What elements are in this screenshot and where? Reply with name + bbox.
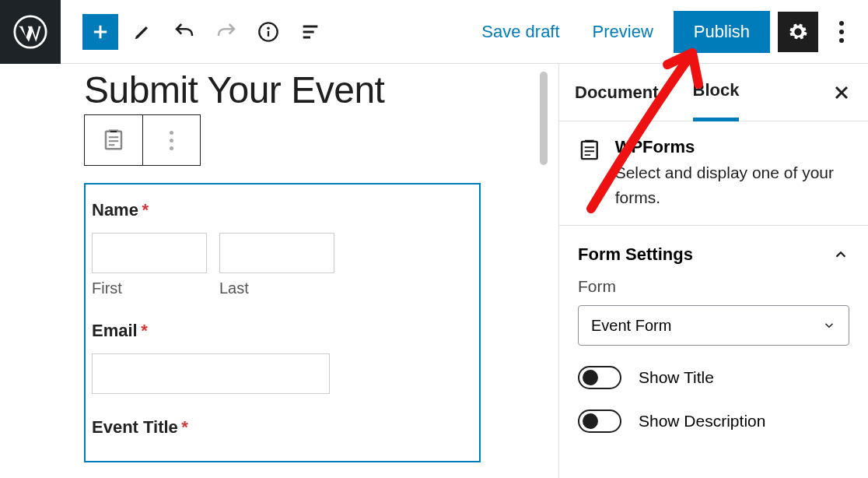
show-description-toggle[interactable] [578, 409, 621, 433]
redo-icon [215, 20, 238, 44]
toolbar-left-group [61, 14, 328, 50]
form-block-icon [102, 128, 125, 152]
tab-document[interactable]: Document [575, 65, 659, 120]
undo-button[interactable] [166, 14, 202, 50]
event-title-label: Event Title [92, 417, 178, 437]
edit-mode-button[interactable] [124, 14, 160, 50]
pencil-icon [131, 21, 153, 43]
tab-block[interactable]: Block [693, 64, 740, 121]
last-name-input[interactable] [219, 233, 334, 273]
form-settings-panel-body: Form Event Form Show Title Show Descript… [559, 277, 868, 448]
list-outline-icon [299, 21, 321, 43]
show-title-toggle[interactable] [578, 366, 621, 389]
block-type-button[interactable] [85, 115, 143, 165]
chevron-up-icon [832, 246, 849, 263]
add-block-button[interactable] [82, 14, 118, 50]
chevron-down-icon [822, 318, 836, 332]
info-icon [257, 21, 279, 43]
sidebar-tabs: Document Block [559, 64, 868, 121]
plus-icon [89, 21, 111, 43]
toolbar-right-group: Save draft Preview Publish [469, 11, 868, 53]
form-settings-title: Form Settings [578, 244, 693, 265]
form-select[interactable]: Event Form [578, 305, 849, 346]
wordpress-icon [13, 15, 47, 49]
field-email: Email * [92, 321, 473, 394]
form-block-icon [578, 137, 601, 163]
email-input[interactable] [92, 353, 330, 394]
required-marker: * [142, 200, 149, 220]
required-marker: * [141, 321, 148, 340]
wpforms-block[interactable]: Name * First Last Email * [84, 183, 481, 462]
block-name: WPForms [615, 137, 849, 157]
name-label: Name [92, 200, 138, 220]
svg-rect-5 [582, 142, 597, 159]
block-info-section: WPForms Select and display one of your f… [559, 121, 868, 226]
show-description-toggle-row: Show Description [578, 409, 849, 433]
block-toolbar [84, 114, 201, 166]
form-select-value: Event Form [591, 317, 671, 335]
settings-button[interactable] [778, 12, 818, 52]
last-sublabel: Last [219, 279, 334, 297]
field-event-title: Event Title * [92, 417, 473, 438]
undo-icon [173, 20, 196, 44]
first-sublabel: First [92, 279, 207, 297]
preview-button[interactable]: Preview [580, 14, 666, 50]
scrollbar[interactable] [540, 72, 548, 165]
gear-icon [787, 21, 809, 43]
show-title-toggle-row: Show Title [578, 366, 849, 389]
redo-button[interactable] [208, 14, 244, 50]
editor-top-bar: Save draft Preview Publish [0, 0, 868, 64]
email-label: Email [92, 321, 138, 340]
page-title[interactable]: Submit Your Event [84, 69, 558, 111]
form-select-label: Form [578, 277, 849, 296]
show-description-label: Show Description [639, 412, 765, 431]
field-name: Name * First Last [92, 200, 473, 297]
dots-vertical-icon [839, 21, 844, 26]
wordpress-logo[interactable] [0, 0, 61, 64]
editor-main: Submit Your Event Name * First [0, 64, 868, 478]
show-title-label: Show Title [639, 368, 714, 387]
first-name-input[interactable] [92, 233, 207, 273]
more-menu-button[interactable] [826, 12, 857, 52]
required-marker: * [181, 417, 188, 437]
block-description: Select and display one of your forms. [615, 160, 849, 209]
dots-vertical-icon [170, 131, 173, 150]
outline-button[interactable] [292, 14, 328, 50]
info-button[interactable] [250, 14, 286, 50]
settings-sidebar: Document Block WPForms Select and displa… [558, 64, 868, 478]
svg-point-2 [267, 26, 270, 30]
save-draft-button[interactable]: Save draft [469, 14, 572, 50]
svg-rect-4 [106, 132, 121, 149]
block-more-button[interactable] [143, 115, 201, 165]
close-icon[interactable] [831, 82, 852, 104]
editor-canvas: Submit Your Event Name * First [0, 64, 558, 478]
form-settings-panel-header[interactable]: Form Settings [559, 226, 868, 277]
publish-button[interactable]: Publish [674, 11, 770, 53]
svg-rect-3 [268, 30, 269, 36]
